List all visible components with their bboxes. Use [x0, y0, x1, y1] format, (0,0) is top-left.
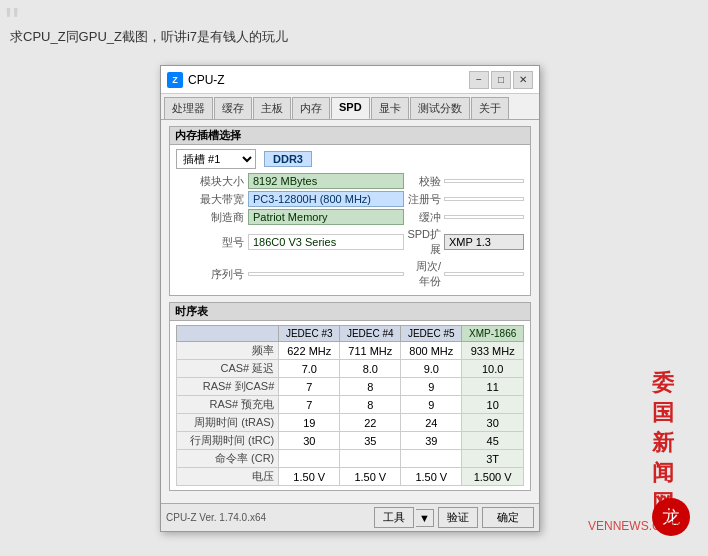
cell-5-0: 30	[279, 432, 340, 450]
title-bar: Z CPU-Z − □ ✕	[161, 66, 539, 94]
cell-2-0: 7	[279, 378, 340, 396]
tab-mainboard[interactable]: 主板	[253, 97, 291, 119]
table-row: 周期时间 (tRAS) 19 22 24 30	[177, 414, 524, 432]
table-row: CAS# 延迟 7.0 8.0 9.0 10.0	[177, 360, 524, 378]
spd-ext-label: SPD扩展	[404, 227, 444, 257]
module-size-label: 模块大小	[176, 174, 248, 189]
table-row: 命令率 (CR) 3T	[177, 450, 524, 468]
cell-0-0: 622 MHz	[279, 342, 340, 360]
col-header-0	[177, 326, 279, 342]
table-row: RAS# 到CAS# 7 8 9 11	[177, 378, 524, 396]
ddr-type-badge: DDR3	[264, 151, 312, 167]
slot-section-content: 插槽 #1 DDR3 模块大小 8192 MBytes 校验 最大带宽 PC3-…	[170, 145, 530, 295]
model-value: 186C0 V3 Series	[248, 234, 404, 250]
row-label-4: 周期时间 (tRAS)	[177, 414, 279, 432]
maximize-button[interactable]: □	[491, 71, 511, 89]
tab-processor[interactable]: 处理器	[164, 97, 213, 119]
close-button[interactable]: ✕	[513, 71, 533, 89]
model-label: 型号	[176, 235, 248, 250]
checksum-label: 校验	[404, 174, 444, 189]
timing-section-title: 时序表	[170, 303, 530, 321]
cell-6-2	[401, 450, 462, 468]
timing-table: JEDEC #3 JEDEC #4 JEDEC #5 XMP-1866 频率 6…	[176, 325, 524, 486]
serial-row: 序列号 周次/年份	[176, 259, 524, 289]
module-size-value: 8192 MBytes	[248, 173, 404, 189]
tab-spd[interactable]: SPD	[331, 97, 370, 119]
row-label-1: CAS# 延迟	[177, 360, 279, 378]
tab-benchmark[interactable]: 测试分数	[410, 97, 470, 119]
cell-6-1	[340, 450, 401, 468]
col-header-2: JEDEC #4	[340, 326, 401, 342]
cell-4-2: 24	[401, 414, 462, 432]
buffer-value	[444, 215, 524, 219]
cell-5-1: 35	[340, 432, 401, 450]
cell-3-0: 7	[279, 396, 340, 414]
cell-7-3: 1.500 V	[462, 468, 524, 486]
cell-0-2: 800 MHz	[401, 342, 462, 360]
row-label-2: RAS# 到CAS#	[177, 378, 279, 396]
cell-3-1: 8	[340, 396, 401, 414]
cell-1-1: 8.0	[340, 360, 401, 378]
tools-group: 工具 ▼	[374, 507, 434, 528]
page-description: 求CPU_Z同GPU_Z截图，听讲i7是有钱人的玩儿	[10, 28, 288, 46]
row-label-0: 频率	[177, 342, 279, 360]
cell-4-0: 19	[279, 414, 340, 432]
slot-section-title: 内存插槽选择	[170, 127, 530, 145]
slot-row: 插槽 #1 DDR3	[176, 149, 524, 169]
table-row: 频率 622 MHz 711 MHz 800 MHz 933 MHz	[177, 342, 524, 360]
watermark-text: 委国新闻网	[652, 368, 680, 518]
table-row: 行周期时间 (tRC) 30 35 39 45	[177, 432, 524, 450]
validate-button[interactable]: 验证	[438, 507, 478, 528]
week-year-value	[444, 272, 524, 276]
slot-select[interactable]: 插槽 #1	[176, 149, 256, 169]
cell-1-3: 10.0	[462, 360, 524, 378]
cell-6-3: 3T	[462, 450, 524, 468]
week-year-label: 周次/年份	[404, 259, 444, 289]
row-label-3: RAS# 预充电	[177, 396, 279, 414]
cell-5-2: 39	[401, 432, 462, 450]
bandwidth-row: 最大带宽 PC3-12800H (800 MHz) 注册号	[176, 191, 524, 207]
cell-3-2: 9	[401, 396, 462, 414]
table-row: RAS# 预充电 7 8 9 10	[177, 396, 524, 414]
minimize-button[interactable]: −	[469, 71, 489, 89]
cell-2-2: 9	[401, 378, 462, 396]
manufacturer-value: Patriot Memory	[248, 209, 404, 225]
tools-dropdown-button[interactable]: ▼	[416, 509, 434, 527]
slot-section: 内存插槽选择 插槽 #1 DDR3 模块大小 8192 MBytes 校验 最大…	[169, 126, 531, 296]
tools-button[interactable]: 工具	[374, 507, 414, 528]
tab-cache[interactable]: 缓存	[214, 97, 252, 119]
tab-memory[interactable]: 内存	[292, 97, 330, 119]
cell-7-2: 1.50 V	[401, 468, 462, 486]
registration-value	[444, 197, 524, 201]
confirm-button[interactable]: 确定	[482, 507, 534, 528]
app-icon: Z	[167, 72, 183, 88]
tab-graphics[interactable]: 显卡	[371, 97, 409, 119]
row-label-6: 命令率 (CR)	[177, 450, 279, 468]
timing-section-content: JEDEC #3 JEDEC #4 JEDEC #5 XMP-1866 频率 6…	[170, 321, 530, 490]
model-row: 型号 186C0 V3 Series SPD扩展 XMP 1.3	[176, 227, 524, 257]
cell-0-3: 933 MHz	[462, 342, 524, 360]
cell-6-0	[279, 450, 340, 468]
watermark-url: VENNEWS.COM	[588, 519, 680, 533]
status-bar: CPU-Z Ver. 1.74.0.x64 工具 ▼ 验证 确定	[161, 503, 539, 531]
timing-section: 时序表 JEDEC #3 JEDEC #4 JEDEC #5 XMP-1866	[169, 302, 531, 491]
manufacturer-label: 制造商	[176, 210, 248, 225]
serial-value	[248, 272, 404, 276]
tab-about[interactable]: 关于	[471, 97, 509, 119]
cell-7-1: 1.50 V	[340, 468, 401, 486]
cell-5-3: 45	[462, 432, 524, 450]
cell-1-2: 9.0	[401, 360, 462, 378]
row-label-7: 电压	[177, 468, 279, 486]
col-header-3: JEDEC #5	[401, 326, 462, 342]
cell-4-3: 30	[462, 414, 524, 432]
cell-4-1: 22	[340, 414, 401, 432]
cell-3-3: 10	[462, 396, 524, 414]
max-bandwidth-value: PC3-12800H (800 MHz)	[248, 191, 404, 207]
checksum-value	[444, 179, 524, 183]
module-size-row: 模块大小 8192 MBytes 校验	[176, 173, 524, 189]
registration-label: 注册号	[404, 192, 444, 207]
cpuz-window: Z CPU-Z − □ ✕ 处理器 缓存 主板 内存 SPD 显卡 测试分数 关…	[160, 65, 540, 532]
cell-0-1: 711 MHz	[340, 342, 401, 360]
col-header-1: JEDEC #3	[279, 326, 340, 342]
max-bandwidth-label: 最大带宽	[176, 192, 248, 207]
